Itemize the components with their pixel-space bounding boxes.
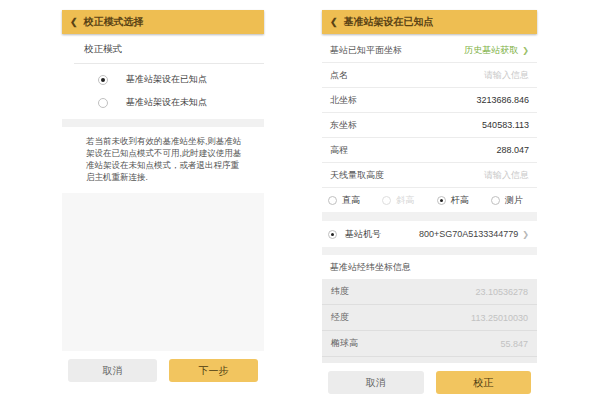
section-band [322, 213, 537, 221]
elevation-label: 高程 [330, 144, 348, 157]
radio-unselected-icon [98, 98, 108, 108]
back-icon[interactable]: ❮ [70, 17, 78, 27]
base-device-label: 基站机号 [345, 228, 381, 241]
form-rows: 基站已知平面坐标 历史基站获取 ❯ 点名 请输入信息 北坐标 3213686.8… [322, 34, 537, 363]
radio-selected-icon [437, 196, 446, 205]
east-coord-field[interactable]: 东坐标 540583.113 [322, 113, 537, 138]
left-page-title: 校正模式选择 [84, 15, 144, 29]
radio-measure-plate[interactable]: 测片 [491, 194, 523, 207]
radio-known-point[interactable]: 基准站架设在已知点 [62, 68, 264, 91]
radio-unknown-point[interactable]: 基准站架设在未知点 [62, 91, 264, 114]
divider [74, 63, 264, 64]
point-name-field[interactable]: 点名 请输入信息 [322, 63, 537, 88]
chevron-right-icon: ❯ [522, 230, 529, 239]
radio-vertical-height[interactable]: 直高 [328, 194, 360, 207]
radio-unknown-point-label: 基准站架设在未知点 [126, 96, 207, 109]
north-coord-value[interactable]: 3213686.846 [476, 95, 529, 105]
radio-pole-height[interactable]: 杆高 [437, 194, 469, 207]
left-appbar: ❮ 校正模式选择 [62, 10, 264, 34]
base-device-row[interactable]: 基站机号 800+SG70A5133344779 ❯ [322, 221, 537, 247]
point-name-input[interactable]: 请输入信息 [484, 69, 529, 82]
history-base-link[interactable]: 历史基站获取 [464, 44, 518, 57]
antenna-height-field[interactable]: 天线量取高度 请输入信息 [322, 163, 537, 188]
elevation-value[interactable]: 288.047 [496, 145, 529, 155]
ellipsoid-height-row: 椭球高 55.847 [322, 331, 537, 357]
latlon-section-title: 基准站经纬坐标信息 [322, 255, 537, 279]
north-coord-field[interactable]: 北坐标 3213686.846 [322, 88, 537, 113]
chevron-right-icon: ❯ [522, 46, 529, 55]
radio-slant-height-label: 斜高 [396, 194, 414, 207]
elevation-field[interactable]: 高程 288.047 [322, 138, 537, 163]
section-band [322, 247, 537, 255]
east-coord-label: 东坐标 [330, 119, 357, 132]
phone-screen-known-point-form: ❮ 基准站架设在已知点 基站已知平面坐标 历史基站获取 ❯ 点名 请输入信息 北… [322, 10, 537, 390]
radio-selected-icon [328, 230, 337, 239]
antenna-height-input[interactable]: 请输入信息 [484, 169, 529, 182]
cancel-button[interactable]: 取消 [328, 371, 424, 394]
empty-area [62, 193, 264, 351]
screenshot-canvas: ❮ 校正模式选择 校正模式 基准站架设在已知点 基准站架设在未知点 若当前未收到… [0, 0, 600, 400]
known-coord-header-row: 基站已知平面坐标 历史基站获取 ❯ [322, 38, 537, 63]
base-device-serial: 800+SG70A5133344779 [419, 229, 518, 239]
longitude-row: 经度 113.25010030 [322, 305, 537, 331]
radio-vertical-height-label: 直高 [342, 194, 360, 207]
point-name-label: 点名 [330, 69, 348, 82]
radio-measure-plate-label: 测片 [505, 194, 523, 207]
longitude-label: 经度 [331, 311, 349, 324]
latitude-row: 纬度 23.10536278 [322, 279, 537, 305]
latitude-value: 23.10536278 [475, 287, 528, 297]
next-step-button[interactable]: 下一步 [169, 359, 258, 382]
latitude-label: 纬度 [331, 285, 349, 298]
radio-pole-height-label: 杆高 [451, 194, 469, 207]
calibrate-button[interactable]: 校正 [436, 371, 532, 394]
longitude-value: 113.25010030 [471, 313, 528, 323]
radio-slant-height: 斜高 [382, 194, 414, 207]
right-button-bar: 取消 校正 [322, 363, 537, 400]
radio-selected-icon [98, 75, 108, 85]
section-band [62, 119, 264, 127]
cancel-button[interactable]: 取消 [68, 359, 157, 382]
right-page-title: 基准站架设在已知点 [344, 15, 434, 29]
antenna-type-radio-group: 直高 斜高 杆高 测片 [322, 188, 537, 213]
left-button-bar: 取消 下一步 [62, 351, 264, 390]
radio-disabled-icon [382, 196, 391, 205]
latlon-readonly-block: 纬度 23.10536278 经度 113.25010030 椭球高 55.84… [322, 279, 537, 363]
north-coord-label: 北坐标 [330, 94, 357, 107]
radio-unselected-icon [491, 196, 500, 205]
ellipsoid-height-value: 55.847 [500, 339, 528, 349]
phone-screen-correction-mode: ❮ 校正模式选择 校正模式 基准站架设在已知点 基准站架设在未知点 若当前未收到… [62, 10, 264, 390]
known-coord-label: 基站已知平面坐标 [330, 44, 402, 57]
radio-unselected-icon [328, 196, 337, 205]
mode-hint-text: 若当前未收到有效的基准站坐标,则基准站架设在已知点模式不可用,此时建议使用基准站… [62, 127, 264, 193]
mode-section-label: 校正模式 [62, 34, 264, 63]
radio-known-point-label: 基准站架设在已知点 [126, 73, 207, 86]
ellipsoid-height-label: 椭球高 [331, 337, 358, 350]
antenna-height-label: 天线量取高度 [330, 169, 384, 182]
east-coord-value[interactable]: 540583.113 [482, 120, 529, 130]
right-appbar: ❮ 基准站架设在已知点 [322, 10, 537, 34]
back-icon[interactable]: ❮ [330, 17, 338, 27]
